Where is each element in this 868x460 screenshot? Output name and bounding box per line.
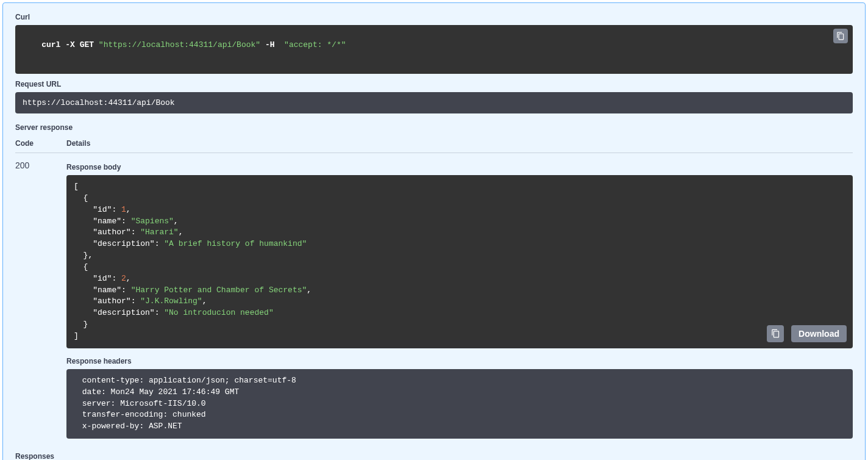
- curl-command-block: curl -X GET "https://localhost:44311/api…: [15, 25, 853, 74]
- server-response-header-row: Code Details: [15, 132, 853, 153]
- response-headers-block: content-type: application/json; charset=…: [66, 369, 853, 439]
- responses-heading: Responses: [15, 452, 853, 460]
- response-headers-heading: Response headers: [66, 357, 853, 365]
- server-response-heading: Server response: [15, 123, 853, 132]
- copy-body-button[interactable]: [767, 325, 784, 342]
- response-status-code: 200: [15, 160, 66, 439]
- curl-heading: Curl: [15, 13, 853, 21]
- server-response-row: 200 Response body [ { "id": 1, "name": "…: [15, 153, 853, 439]
- request-url-block: https://localhost:44311/api/Book: [15, 92, 853, 113]
- response-body-heading: Response body: [66, 163, 853, 171]
- download-button[interactable]: Download: [791, 325, 847, 342]
- response-body-block: [ { "id": 1, "name": "Sapiens", "author"…: [66, 175, 853, 348]
- copy-curl-button[interactable]: [833, 29, 848, 43]
- clipboard-icon: [771, 329, 780, 338]
- column-code: Code: [15, 139, 66, 148]
- request-url-heading: Request URL: [15, 80, 853, 88]
- clipboard-icon: [836, 32, 845, 40]
- column-details: Details: [66, 139, 853, 148]
